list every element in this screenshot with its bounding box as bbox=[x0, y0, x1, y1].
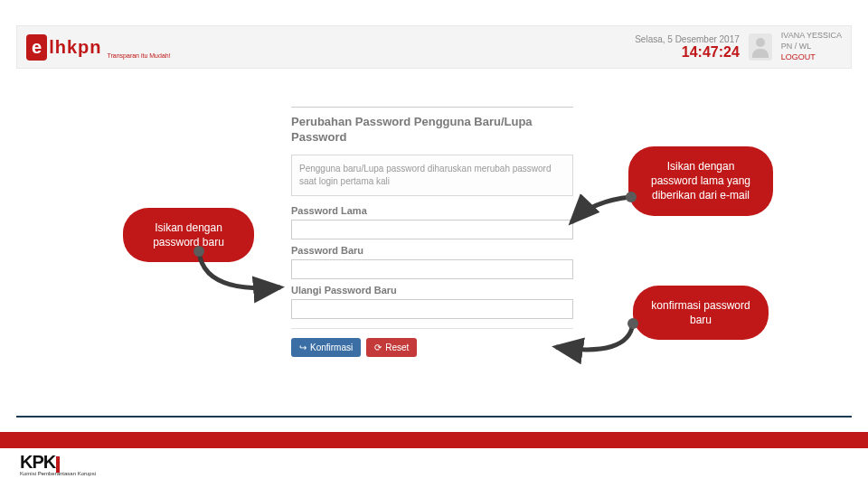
panel-title: Perubahan Password Pengguna Baru/Lupa Pa… bbox=[291, 115, 573, 145]
current-date: Selasa, 5 Desember 2017 bbox=[635, 34, 740, 44]
repeat-password-label: Ulangi Password Baru bbox=[291, 285, 573, 296]
old-password-input[interactable] bbox=[291, 220, 573, 239]
new-password-input[interactable] bbox=[291, 259, 573, 279]
reset-button[interactable]: ⟳ Reset bbox=[366, 338, 417, 357]
refresh-icon: ⟳ bbox=[374, 343, 382, 352]
kpk-logo-sub: Komisi Pemberantasan Korupsi bbox=[20, 471, 96, 476]
kpk-logo: KPK Komisi Pemberantasan Korupsi bbox=[20, 452, 96, 476]
callout-old-password: Isikan dengan password lama yang diberik… bbox=[628, 146, 773, 216]
app-logo: e lhkpn Transparan itu Mudah! bbox=[26, 34, 171, 61]
new-password-label: Password Baru bbox=[291, 245, 573, 256]
share-icon: ↪ bbox=[299, 343, 307, 352]
logo-text: lhkpn bbox=[49, 37, 101, 58]
footer-red-band bbox=[0, 432, 868, 448]
confirm-button-label: Konfirmasi bbox=[310, 343, 353, 352]
logout-link[interactable]: LOGOUT bbox=[781, 52, 842, 63]
callout-confirm-password: konfirmasi password baru bbox=[633, 286, 769, 340]
repeat-password-input[interactable] bbox=[291, 299, 573, 319]
old-password-label: Password Lama bbox=[291, 205, 573, 216]
top-bar: e lhkpn Transparan itu Mudah! Selasa, 5 … bbox=[16, 25, 852, 69]
password-form-panel: Perubahan Password Pengguna Baru/Lupa Pa… bbox=[291, 107, 573, 357]
footer-divider bbox=[16, 416, 852, 418]
panel-hint: Pengguna baru/Lupa password diharuskan m… bbox=[291, 155, 573, 196]
reset-button-label: Reset bbox=[385, 343, 409, 352]
logo-tagline: Transparan itu Mudah! bbox=[107, 52, 170, 59]
callout-new-password: Isikan dengan password baru bbox=[123, 208, 254, 262]
topbar-right: Selasa, 5 Desember 2017 14:47:24 IVANA Y… bbox=[635, 31, 842, 62]
user-role: PN / WL bbox=[781, 42, 842, 52]
user-name: IVANA YESSICA bbox=[781, 31, 842, 42]
logo-e-badge: e bbox=[26, 34, 47, 61]
current-time: 14:47:24 bbox=[635, 44, 740, 61]
kpk-logo-text: KPK bbox=[20, 452, 55, 472]
confirm-button[interactable]: ↪ Konfirmasi bbox=[291, 338, 361, 357]
avatar-icon bbox=[749, 33, 772, 61]
